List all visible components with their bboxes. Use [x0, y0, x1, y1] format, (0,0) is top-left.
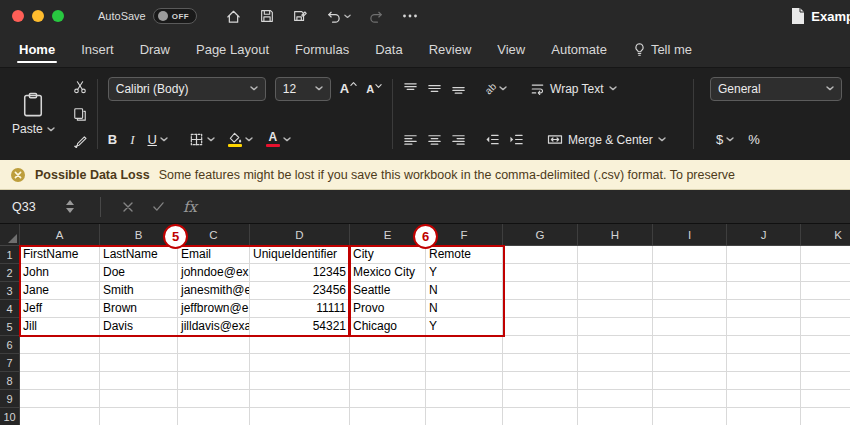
cell-C5[interactable]: jilldavis@exa	[178, 318, 250, 336]
cell-E1[interactable]: City	[350, 246, 426, 264]
column-header-c[interactable]: C	[178, 224, 250, 245]
cell-A7[interactable]	[20, 354, 100, 372]
cell-I1[interactable]	[653, 246, 727, 264]
cell-B4[interactable]: Brown	[100, 300, 178, 318]
cell-I3[interactable]	[653, 282, 727, 300]
cell-H7[interactable]	[578, 354, 653, 372]
increase-indent-button[interactable]	[509, 132, 524, 147]
cell-D7[interactable]	[250, 354, 350, 372]
cell-B5[interactable]: Davis	[100, 318, 178, 336]
cell-J9[interactable]	[727, 390, 801, 408]
tab-formulas[interactable]: Formulas	[282, 32, 362, 67]
orientation-button[interactable]: ab	[485, 83, 507, 94]
cell-I9[interactable]	[653, 390, 727, 408]
cell-G7[interactable]	[503, 354, 578, 372]
font-name-select[interactable]: Calibri (Body)	[108, 77, 266, 101]
cell-K3[interactable]	[801, 282, 850, 300]
cell-J8[interactable]	[727, 372, 801, 390]
cell-A3[interactable]: Jane	[20, 282, 100, 300]
cell-G2[interactable]	[503, 264, 578, 282]
cell-K6[interactable]	[801, 336, 850, 354]
cell-B10[interactable]	[100, 408, 178, 425]
cell-H2[interactable]	[578, 264, 653, 282]
underline-button[interactable]: U	[148, 132, 168, 147]
insert-function-button[interactable]: fx	[183, 198, 197, 216]
column-header-g[interactable]: G	[503, 224, 578, 245]
cell-E2[interactable]: Mexico City	[350, 264, 426, 282]
cell-H10[interactable]	[578, 408, 653, 425]
column-header-d[interactable]: D	[250, 224, 350, 245]
cell-K7[interactable]	[801, 354, 850, 372]
confirm-entry-button[interactable]	[152, 201, 165, 212]
align-middle-button[interactable]	[427, 81, 442, 96]
row-header-6[interactable]: 6	[0, 336, 20, 354]
cancel-entry-button[interactable]	[122, 201, 134, 213]
cell-F5[interactable]: Y	[426, 318, 503, 336]
save-as-icon[interactable]	[292, 8, 308, 24]
tab-insert[interactable]: Insert	[68, 32, 127, 67]
percent-button[interactable]: %	[748, 132, 760, 147]
cell-J10[interactable]	[727, 408, 801, 425]
cell-G8[interactable]	[503, 372, 578, 390]
cell-E4[interactable]: Provo	[350, 300, 426, 318]
cell-B3[interactable]: Smith	[100, 282, 178, 300]
formula-input[interactable]	[206, 190, 850, 223]
cell-E10[interactable]	[350, 408, 426, 425]
tab-review[interactable]: Review	[416, 32, 485, 67]
cut-button[interactable]	[73, 80, 87, 94]
cell-J2[interactable]	[727, 264, 801, 282]
cell-D2[interactable]: 12345	[250, 264, 350, 282]
more-icon[interactable]	[402, 13, 418, 19]
cell-A8[interactable]	[20, 372, 100, 390]
cell-K1[interactable]	[801, 246, 850, 264]
name-box[interactable]: Q33	[0, 200, 66, 214]
name-box-stepper[interactable]	[66, 200, 74, 213]
cell-J3[interactable]	[727, 282, 801, 300]
cell-K4[interactable]	[801, 300, 850, 318]
column-header-j[interactable]: J	[727, 224, 801, 245]
tab-draw[interactable]: Draw	[127, 32, 183, 67]
close-button[interactable]	[12, 10, 24, 22]
tab-view[interactable]: View	[484, 32, 538, 67]
cell-B1[interactable]: LastName	[100, 246, 178, 264]
cell-B2[interactable]: Doe	[100, 264, 178, 282]
paste-button[interactable]: Paste	[12, 92, 55, 136]
cell-F7[interactable]	[426, 354, 503, 372]
cell-E7[interactable]	[350, 354, 426, 372]
cell-C6[interactable]	[178, 336, 250, 354]
cell-H1[interactable]	[578, 246, 653, 264]
row-header-9[interactable]: 9	[0, 390, 20, 408]
align-right-button[interactable]	[451, 132, 466, 147]
cell-J4[interactable]	[727, 300, 801, 318]
cell-I7[interactable]	[653, 354, 727, 372]
cell-A6[interactable]	[20, 336, 100, 354]
cell-B6[interactable]	[100, 336, 178, 354]
cell-F3[interactable]: N	[426, 282, 503, 300]
cell-I6[interactable]	[653, 336, 727, 354]
cell-D1[interactable]: UniqueIdentifier	[250, 246, 350, 264]
cell-G3[interactable]	[503, 282, 578, 300]
row-header-5[interactable]: 5	[0, 318, 20, 336]
row-header-3[interactable]: 3	[0, 282, 20, 300]
cell-I10[interactable]	[653, 408, 727, 425]
cell-H8[interactable]	[578, 372, 653, 390]
bold-button[interactable]: B	[108, 132, 117, 147]
cell-G5[interactable]	[503, 318, 578, 336]
cell-K2[interactable]	[801, 264, 850, 282]
cell-B9[interactable]	[100, 390, 178, 408]
cell-K10[interactable]	[801, 408, 850, 425]
cell-I2[interactable]	[653, 264, 727, 282]
cell-E6[interactable]	[350, 336, 426, 354]
cell-H5[interactable]	[578, 318, 653, 336]
cell-J5[interactable]	[727, 318, 801, 336]
cell-I8[interactable]	[653, 372, 727, 390]
currency-button[interactable]: $	[716, 132, 734, 147]
cell-G6[interactable]	[503, 336, 578, 354]
cell-D8[interactable]	[250, 372, 350, 390]
cell-A5[interactable]: Jill	[20, 318, 100, 336]
row-header-10[interactable]: 10	[0, 408, 20, 425]
cell-E5[interactable]: Chicago	[350, 318, 426, 336]
cell-A1[interactable]: FirstName	[20, 246, 100, 264]
autosave-toggle[interactable]: OFF	[153, 8, 197, 24]
cell-B8[interactable]	[100, 372, 178, 390]
